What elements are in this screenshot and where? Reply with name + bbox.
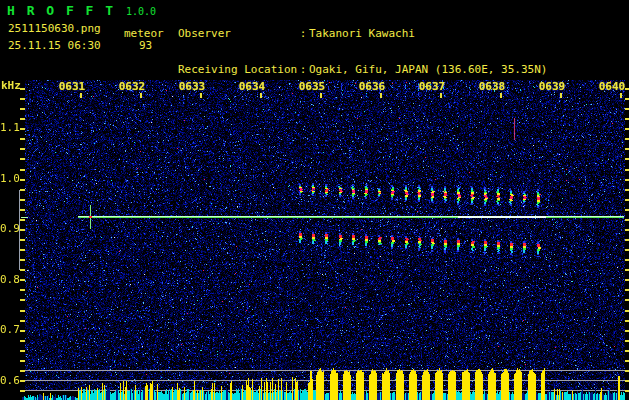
freq-axis-label: 1.0 (0, 173, 19, 184)
output-filename: 2511150630.png (8, 22, 101, 35)
time-axis-label: 0640 (590, 81, 629, 92)
spectrogram-canvas (0, 78, 629, 400)
freq-axis-label: 0.7 (0, 324, 19, 335)
time-axis-label: 0637 (410, 81, 454, 92)
info-label: Observer (178, 28, 297, 40)
info-colon: : (297, 28, 309, 40)
time-axis-label: 0639 (530, 81, 574, 92)
freq-axis-label: 1.1 (0, 122, 19, 133)
info-row-location: Receiving Location:Ogaki, Gifu, JAPAN (1… (178, 64, 547, 76)
frequency-axis-unit: kHz (1, 79, 21, 92)
app-version: 1.0.0 (126, 6, 156, 17)
observation-datetime: 25.11.15 06:30 (8, 39, 101, 52)
freq-axis-label: 0.9 (0, 223, 19, 234)
time-axis-label: 0635 (290, 81, 334, 92)
info-colon: : (297, 64, 309, 76)
info-label: Receiving Location (178, 64, 297, 76)
time-axis-label: 0631 (50, 81, 94, 92)
info-value: Takanori Kawachi (309, 28, 415, 40)
time-axis-label: 0632 (110, 81, 154, 92)
info-value: Ogaki, Gifu, JAPAN (136.60E, 35.35N) (309, 64, 547, 76)
freq-axis-label: 0.6 (0, 375, 19, 386)
freq-axis-label: 0.8 (0, 274, 19, 285)
time-axis-label: 0636 (350, 81, 394, 92)
info-row-observer: Observer:Takanori Kawachi (178, 28, 547, 40)
time-axis-label: 0634 (230, 81, 274, 92)
app-title: H R O F F T (7, 3, 115, 18)
time-axis-label: 0633 (170, 81, 214, 92)
hrofft-window: H R O F F T 1.0.0 2511150630.png meteor … (0, 0, 629, 400)
time-axis-label: 0638 (470, 81, 514, 92)
echo-count: 93 (139, 39, 152, 52)
